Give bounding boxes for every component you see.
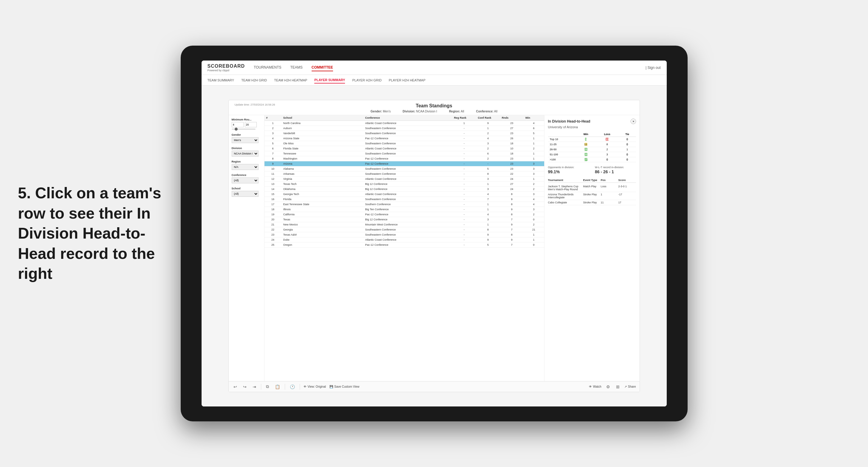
filter-gender-label: Gender [232,133,261,136]
cell-conf: Southeastern Conference [364,232,452,238]
table-row[interactable]: 15 Georgia Tech Atlantic Coast Conferenc… [265,192,544,197]
table-row[interactable]: 17 East Tennessee State Southern Confere… [265,202,544,207]
cell-win: 2 [524,146,544,151]
filter-region-select[interactable]: N/A [232,164,258,170]
tourn-name: Cabo Collegiate [548,201,583,204]
view-original-button[interactable]: 👁 View: Original [304,385,326,388]
table-row[interactable]: 25 Oregon Pac-12 Conference - 5 7 0 [265,243,544,248]
table-row[interactable]: 23 Texas A&M Southeastern Conference - 9… [265,232,544,238]
table-row[interactable]: 1 North Carolina Atlantic Coast Conferen… [265,121,544,126]
table-row[interactable]: 19 California Pac-12 Conference - 4 8 2 [265,212,544,217]
table-row[interactable]: 2 Auburn Southeastern Conference - 1 27 … [265,126,544,131]
h2h-tie-cell: 1 [619,147,636,152]
filter-min-rounds-input1[interactable] [232,122,244,127]
table-row[interactable]: 5 Ole Miss Southeastern Conference - 3 1… [265,141,544,146]
cell-num: 12 [265,177,281,182]
cell-conf: Big 12 Conference [364,182,452,187]
cell-win: 3 [524,172,544,177]
sub-nav-player-h2h-grid[interactable]: PLAYER H2H GRID [352,77,381,83]
cell-num: 9 [265,161,281,166]
table-row[interactable]: 18 Illinois Big Ten Conference - 1 9 3 [265,207,544,212]
table-row[interactable]: 4 Arizona State Pac-12 Conference - 4 26… [265,136,544,141]
cell-win: 1 [524,136,544,141]
copy-button[interactable]: ⧉ [265,383,270,390]
table-row[interactable]: 22 Georgia Southeastern Conference - 8 7… [265,227,544,232]
save-custom-label: Save Custom View [334,385,359,388]
redo-button[interactable]: ↪ [242,384,248,390]
sign-out-link[interactable]: | Sign out [646,66,661,70]
filter-school-select[interactable]: (All) [232,191,258,197]
nav-teams[interactable]: TEAMS [290,64,303,71]
th-num: # [265,115,281,121]
h2h-stats: Opponents in division: 99.1% W-L-T recor… [548,166,636,174]
table-row[interactable]: 24 Duke Atlantic Coast Conference - 9 9 … [265,238,544,243]
table-row[interactable]: 3 Vanderbilt Southeastern Conference - 2… [265,131,544,136]
table-row[interactable]: 13 Texas Tech Big 12 Conference - 1 27 2 [265,182,544,187]
cell-reg-rank: - [452,141,476,146]
cell-conf: Atlantic Coast Conference [364,192,452,197]
panel-meta: Gender: Men's Division: NCAA Division I … [235,110,633,113]
table-row[interactable]: 10 Alabama Southeastern Conference - 5 2… [265,166,544,172]
cell-reg-rank: - [452,182,476,187]
cell-rnds: 9 [500,222,524,227]
h2h-close-button[interactable]: ✕ [631,119,636,124]
cell-school: Illinois [281,207,364,212]
h2h-tie-cell: 0 [619,137,636,142]
h2h-rank-label: 26-50 [548,147,576,152]
filter-gender-select[interactable]: Men's [232,137,258,143]
h2h-record-value: 86 - 26 - 1 [595,169,636,174]
share-button[interactable]: ↗ Share [624,385,636,388]
filter-conference-select[interactable]: (All) [232,178,258,183]
cell-conf: Southeastern Conference [364,151,452,156]
update-time: Update time: 27/03/2024 16:56:26 [235,103,275,106]
filter-min-rounds: Minimum Rou... [232,118,261,130]
table-row[interactable]: 9 Arizona Pac-12 Conference - - 23 3 [265,161,544,166]
table-row[interactable]: 16 Florida Southeastern Conference - 7 9… [265,197,544,202]
table-row[interactable]: 20 Texas Big 12 Conference - 3 7 0 [265,217,544,222]
sub-nav-team-summary[interactable]: TEAM SUMMARY [208,77,235,83]
filter-division-select[interactable]: NCAA Division I [232,151,258,157]
clock-button[interactable]: 🕐 [289,384,296,390]
filter-min-rounds-input2[interactable] [245,122,257,127]
cell-conf-rank: 9 [476,121,500,126]
table-row[interactable]: 12 Virginia Atlantic Coast Conference - … [265,177,544,182]
cell-conf-rank: 3 [476,141,500,146]
grid-button[interactable]: ⊞ [615,384,621,390]
table-row[interactable]: 8 Washington Pac-12 Conference - 2 23 1 [265,156,544,161]
table-row[interactable]: 7 Tennessee Southeastern Conference - 6 … [265,151,544,156]
cell-conf: Southeastern Conference [364,141,452,146]
cell-conf-rank: 8 [476,227,500,232]
h2h-tourn-col-score: Score [618,179,636,182]
h2h-tourn-row: Jackson T. Stephens Cup Men's Match-Play… [548,184,636,192]
undo-button[interactable]: ↩ [232,384,238,390]
sub-nav-player-summary[interactable]: PLAYER SUMMARY [314,77,345,84]
cell-conf-rank: 3 [476,187,500,192]
forward-button[interactable]: ⇥ [251,384,257,390]
save-custom-button[interactable]: 💾 Save Custom View [330,385,359,388]
table-row[interactable]: 21 New Mexico Mountain West Conference -… [265,222,544,227]
sub-nav-player-h2h-heatmap[interactable]: PLAYER H2H HEATMAP [389,77,426,83]
cell-conf: Mountain West Conference [364,222,452,227]
h2h-tie-cell: 0 [619,157,636,162]
cell-conf-rank: 2 [476,131,500,136]
nav-committee[interactable]: COMMITTEE [312,64,333,71]
table-row[interactable]: 11 Arkansas Southeastern Conference - 8 … [265,172,544,177]
cell-win: 3 [524,161,544,166]
watch-button[interactable]: 👁 Watch [589,385,601,388]
cell-num: 23 [265,232,281,238]
settings-button[interactable]: ⚙ [605,384,611,390]
h2h-opponents-value: 99.1% [548,169,589,174]
cell-reg-rank: - [452,177,476,182]
table-row[interactable]: 6 Florida State Atlantic Coast Conferenc… [265,146,544,151]
standings-table: # School Conference Reg Rank Conf Rank R… [265,115,544,248]
cell-conf-rank: 6 [476,151,500,156]
sub-nav-team-h2h-heatmap[interactable]: TEAM H2H HEATMAP [274,77,307,83]
cell-reg-rank: - [452,156,476,161]
paste-button[interactable]: 📋 [274,384,281,390]
sub-nav-team-h2h-grid[interactable]: TEAM H2H GRID [241,77,267,83]
logo-sub: Powered by clippd [208,69,245,72]
nav-tournaments[interactable]: TOURNAMENTS [254,64,281,71]
cell-conf-rank: 8 [476,172,500,177]
cell-conf: Pac-12 Conference [364,161,452,166]
table-row[interactable]: 14 Oklahoma Big 12 Conference - 3 24 2 [265,187,544,192]
